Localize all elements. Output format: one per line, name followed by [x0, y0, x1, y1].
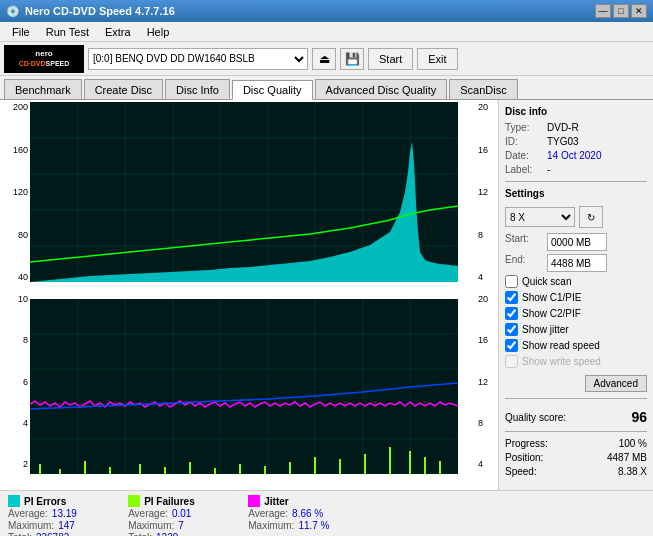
svg-text:3.5: 3.5: [359, 286, 372, 287]
menu-extra[interactable]: Extra: [97, 24, 139, 40]
pi-failures-legend-box: [128, 495, 140, 507]
jitter-avg-value: 8.66 %: [292, 508, 342, 519]
pi-failures-max-value: 7: [178, 520, 228, 531]
pi-errors-max-row: Maximum: 147: [8, 520, 108, 531]
jitter-max-row: Maximum: 11.7 %: [248, 520, 354, 531]
svg-text:2.0: 2.0: [216, 477, 229, 479]
minimize-button[interactable]: —: [595, 4, 611, 18]
tab-create-disc[interactable]: Create Disc: [84, 79, 163, 99]
svg-text:2.0: 2.0: [216, 286, 229, 287]
menu-file[interactable]: File: [4, 24, 38, 40]
quick-scan-label: Quick scan: [522, 276, 571, 287]
svg-text:4.0: 4.0: [406, 477, 419, 479]
svg-rect-24: [30, 299, 458, 474]
show-c2-checkbox[interactable]: [505, 307, 518, 320]
y-axis-left-bottom: 10 8 6 4 2: [2, 294, 30, 469]
toolbar: neroCD·DVDSPEED [0:0] BENQ DVD DD DW1640…: [0, 42, 653, 76]
device-select[interactable]: [0:0] BENQ DVD DD DW1640 BSLB: [88, 48, 308, 70]
disc-date-value: 14 Oct 2020: [547, 150, 601, 161]
show-write-speed-label: Show write speed: [522, 356, 601, 367]
jitter-avg-row: Average: 8.66 %: [248, 508, 354, 519]
disc-id-row: ID: TYG03: [505, 136, 647, 147]
tab-advanced-disc-quality[interactable]: Advanced Disc Quality: [315, 79, 448, 99]
show-c1-checkbox[interactable]: [505, 291, 518, 304]
close-button[interactable]: ✕: [631, 4, 647, 18]
tab-disc-quality[interactable]: Disc Quality: [232, 80, 313, 100]
position-row: Position: 4487 MB: [505, 452, 647, 463]
advanced-button[interactable]: Advanced: [585, 375, 647, 392]
app-title: Nero CD-DVD Speed 4.7.7.16: [25, 5, 175, 17]
disc-label-value: -: [547, 164, 550, 175]
show-read-speed-row: Show read speed: [505, 339, 647, 352]
maximize-button[interactable]: □: [613, 4, 629, 18]
refresh-icon[interactable]: ↻: [579, 206, 603, 228]
pi-failures-avg-row: Average: 0.01: [128, 508, 228, 519]
speed-row: 8 X ↻: [505, 206, 647, 228]
nero-logo: neroCD·DVDSPEED: [4, 45, 84, 73]
titlebar-controls: — □ ✕: [595, 4, 647, 18]
tabs: Benchmark Create Disc Disc Info Disc Qua…: [0, 76, 653, 100]
pi-failures-avg-value: 0.01: [172, 508, 222, 519]
main-content: 200 160 120 80 40 20 16 12 8 4: [0, 100, 653, 490]
tab-benchmark[interactable]: Benchmark: [4, 79, 82, 99]
bottom-stats: PI Errors Average: 13.19 Maximum: 147 To…: [0, 490, 653, 536]
pi-failures-total-label: Total:: [128, 532, 152, 536]
jitter-block: Jitter Average: 8.66 % Maximum: 11.7 % P…: [248, 495, 354, 536]
svg-text:1.5: 1.5: [169, 477, 182, 479]
svg-text:0.0: 0.0: [30, 477, 43, 479]
jitter-legend-box: [248, 495, 260, 507]
progress-label: Progress:: [505, 438, 548, 449]
show-c1-row: Show C1/PIE: [505, 291, 647, 304]
y-axis-right-top: 20 16 12 8 4: [476, 102, 496, 282]
bottom-chart: 10 8 6 4 2 20 16 12 8 4: [2, 294, 496, 479]
pi-errors-avg-label: Average:: [8, 508, 48, 519]
show-c2-row: Show C2/PIF: [505, 307, 647, 320]
svg-text:1.0: 1.0: [121, 477, 134, 479]
menu-run-test[interactable]: Run Test: [38, 24, 97, 40]
disc-id-label: ID:: [505, 136, 543, 147]
y-axis-right-bottom: 20 16 12 8 4: [476, 294, 496, 469]
quality-score-value: 96: [631, 409, 647, 425]
svg-text:4.0: 4.0: [406, 286, 419, 287]
chart-area: 200 160 120 80 40 20 16 12 8 4: [0, 100, 498, 490]
jitter-label: Jitter: [264, 496, 288, 507]
disc-date-row: Date: 14 Oct 2020: [505, 150, 647, 161]
disc-date-label: Date:: [505, 150, 543, 161]
show-jitter-checkbox[interactable]: [505, 323, 518, 336]
pi-failures-max-label: Maximum:: [128, 520, 174, 531]
divider-1: [505, 181, 647, 182]
divider-3: [505, 431, 647, 432]
pi-failures-total-row: Total: 1229: [128, 532, 228, 536]
app-icon: 💿: [6, 5, 20, 18]
show-c1-label: Show C1/PIE: [522, 292, 581, 303]
eject-icon[interactable]: ⏏: [312, 48, 336, 70]
pi-failures-label: PI Failures: [144, 496, 195, 507]
pi-errors-legend-box: [8, 495, 20, 507]
svg-text:3.0: 3.0: [311, 286, 324, 287]
top-chart-svg: 0.0 0.5 1.0 1.5 2.0 2.5 3.0 3.5 4.0 4.5: [30, 102, 458, 287]
save-icon[interactable]: 💾: [340, 48, 364, 70]
speed-select[interactable]: 8 X: [505, 207, 575, 227]
pi-errors-total-row: Total: 236783: [8, 532, 108, 536]
menu-help[interactable]: Help: [139, 24, 178, 40]
menubar: File Run Test Extra Help: [0, 22, 653, 42]
tab-scan-disc[interactable]: ScanDisc: [449, 79, 517, 99]
svg-text:3.5: 3.5: [359, 477, 372, 479]
quick-scan-checkbox[interactable]: [505, 275, 518, 288]
show-read-speed-checkbox[interactable]: [505, 339, 518, 352]
pi-errors-total-label: Total:: [8, 532, 32, 536]
start-input[interactable]: [547, 233, 607, 251]
end-input[interactable]: [547, 254, 607, 272]
svg-text:2.5: 2.5: [264, 286, 277, 287]
speed-label: Speed:: [505, 466, 537, 477]
position-label: Position:: [505, 452, 543, 463]
pi-failures-block: PI Failures Average: 0.01 Maximum: 7 Tot…: [128, 495, 228, 536]
right-panel: Disc info Type: DVD-R ID: TYG03 Date: 14…: [498, 100, 653, 490]
exit-button[interactable]: Exit: [417, 48, 457, 70]
position-value: 4487 MB: [607, 452, 647, 463]
disc-type-value: DVD-R: [547, 122, 579, 133]
titlebar-left: 💿 Nero CD-DVD Speed 4.7.7.16: [6, 5, 175, 18]
tab-disc-info[interactable]: Disc Info: [165, 79, 230, 99]
start-button[interactable]: Start: [368, 48, 413, 70]
top-chart: 200 160 120 80 40 20 16 12 8 4: [2, 102, 496, 292]
